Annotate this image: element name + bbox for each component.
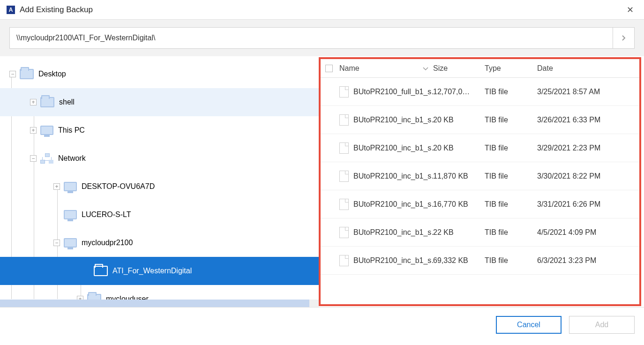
file-type: TIB file — [485, 200, 537, 209]
file-type: TIB file — [485, 88, 537, 96]
close-button[interactable]: ✕ — [623, 3, 637, 17]
file-size: 22 KB — [433, 228, 485, 237]
file-name-cell: BUtoPR2100_inc_b1_s… — [339, 199, 433, 210]
file-date: 3/31/2021 6:26 PM — [537, 200, 639, 209]
tree-item-shell[interactable]: + shell — [0, 88, 319, 116]
tree-pane: − Desktop + shell + This PC − Network + — [0, 56, 319, 307]
file-row[interactable]: BUtoPR2100_full_b1_s…12,707,0…TIB file3/… — [321, 78, 639, 106]
tree-label: Network — [58, 154, 86, 163]
path-go-button[interactable] — [613, 28, 634, 48]
file-row[interactable]: BUtoPR2100_inc_b1_s…16,770 KBTIB file3/3… — [321, 190, 639, 218]
tree-item-thispc[interactable]: + This PC — [0, 116, 319, 144]
column-size[interactable]: Size — [433, 64, 485, 73]
file-row[interactable]: BUtoPR2100_inc_b1_s…69,332 KBTIB file6/3… — [321, 247, 639, 275]
file-icon — [339, 86, 349, 98]
monitor-icon — [64, 182, 77, 191]
tree-label: ATI_For_WesternDigital — [112, 267, 192, 275]
main-split: − Desktop + shell + This PC − Network + — [0, 56, 644, 308]
file-name: BUtoPR2100_inc_b1_s… — [353, 256, 433, 265]
file-date: 6/3/2021 3:23 PM — [537, 256, 639, 265]
file-size: 11,870 KB — [433, 172, 485, 180]
checkbox-icon[interactable] — [325, 65, 333, 72]
file-date: 3/26/2021 6:33 PM — [537, 116, 639, 124]
tree-label: DESKTOP-OVU6A7D — [82, 182, 155, 191]
file-size: 20 KB — [433, 144, 485, 152]
file-icon — [339, 199, 349, 210]
expander-thispc[interactable]: + — [30, 127, 37, 134]
scrollbar-thumb[interactable] — [0, 300, 309, 307]
file-type: TIB file — [485, 172, 537, 180]
file-date: 3/25/2021 8:57 AM — [537, 88, 639, 96]
file-name: BUtoPR2100_full_b1_s… — [353, 88, 433, 96]
tree-item-desktop-pc[interactable]: + DESKTOP-OVU6A7D — [0, 172, 319, 201]
file-list-pane: Name Size Type Date BUtoPR2100_full_b1_s… — [319, 57, 641, 306]
file-row[interactable]: BUtoPR2100_inc_b1_s…22 KBTIB file4/5/202… — [321, 218, 639, 247]
file-name-cell: BUtoPR2100_inc_b1_s… — [339, 171, 433, 182]
file-row[interactable]: BUtoPR2100_inc_b1_s…20 KBTIB file3/26/20… — [321, 106, 639, 134]
tree-label: mycloudpr2100 — [82, 239, 133, 247]
file-name: BUtoPR2100_inc_b1_s… — [353, 200, 433, 209]
path-input[interactable] — [10, 28, 613, 48]
file-name: BUtoPR2100_inc_b1_s… — [353, 172, 433, 180]
column-type[interactable]: Type — [485, 64, 537, 73]
dialog-footer: Cancel Add — [0, 308, 644, 342]
folder-icon — [94, 266, 108, 276]
tree-label: Desktop — [38, 70, 66, 78]
tree-label: LUCERO-S-LT — [82, 210, 131, 219]
pathbar — [9, 27, 635, 49]
file-name-cell: BUtoPR2100_inc_b1_s… — [339, 227, 433, 238]
cancel-button[interactable]: Cancel — [496, 316, 562, 334]
tree-label: shell — [59, 98, 75, 106]
window-title: Add Existing Backup — [20, 5, 623, 15]
file-name-cell: BUtoPR2100_inc_b1_s… — [339, 114, 433, 126]
file-icon — [339, 227, 349, 238]
file-row[interactable]: BUtoPR2100_inc_b1_s…20 KBTIB file3/29/20… — [321, 134, 639, 162]
file-row[interactable]: BUtoPR2100_inc_b1_s…11,870 KBTIB file3/3… — [321, 162, 639, 190]
tree-item-lucero[interactable]: LUCERO-S-LT — [0, 201, 319, 229]
file-size: 12,707,0… — [433, 88, 485, 96]
file-name-cell: BUtoPR2100_inc_b1_s… — [339, 142, 433, 154]
column-checkbox[interactable] — [325, 65, 339, 72]
file-name: BUtoPR2100_inc_b1_s… — [353, 228, 433, 237]
expander[interactable]: + — [53, 183, 60, 190]
file-name-cell: BUtoPR2100_inc_b1_s… — [339, 255, 433, 266]
file-date: 4/5/2021 4:09 PM — [537, 228, 639, 237]
column-name-label: Name — [339, 64, 359, 73]
file-type: TIB file — [485, 228, 537, 237]
file-icon — [339, 114, 349, 126]
folder-icon — [20, 69, 34, 79]
tree-item-mycloud[interactable]: − mycloudpr2100 — [0, 229, 319, 257]
file-icon — [339, 255, 349, 266]
tree-item-network[interactable]: − Network — [0, 144, 319, 172]
file-rows: BUtoPR2100_full_b1_s…12,707,0…TIB file3/… — [321, 78, 639, 275]
tree-horizontal-scrollbar[interactable] — [0, 300, 319, 307]
expander-desktop[interactable]: − — [9, 71, 16, 77]
add-button: Add — [569, 316, 635, 334]
expander-shell[interactable]: + — [30, 99, 37, 105]
file-name: BUtoPR2100_inc_b1_s… — [353, 144, 433, 152]
app-icon: A — [7, 6, 15, 14]
file-type: TIB file — [485, 116, 537, 124]
expander-blank — [53, 211, 60, 218]
file-list-header: Name Size Type Date — [321, 59, 639, 78]
tree-item-ati-folder[interactable]: ATI_For_WesternDigital — [0, 257, 319, 285]
expander-network[interactable]: − — [30, 155, 37, 162]
expander-mycloud[interactable]: − — [53, 240, 60, 246]
file-size: 16,770 KB — [433, 200, 485, 209]
column-date[interactable]: Date — [537, 64, 639, 73]
file-date: 3/29/2021 2:23 PM — [537, 144, 639, 152]
folder-icon — [40, 97, 54, 107]
monitor-icon — [40, 126, 53, 135]
monitor-icon — [64, 210, 77, 219]
file-date: 3/30/2021 8:22 PM — [537, 172, 639, 180]
file-size: 69,332 KB — [433, 256, 485, 265]
file-name: BUtoPR2100_inc_b1_s… — [353, 116, 433, 124]
file-type: TIB file — [485, 144, 537, 152]
monitor-icon — [64, 238, 77, 248]
file-icon — [339, 142, 349, 154]
file-name-cell: BUtoPR2100_full_b1_s… — [339, 86, 433, 98]
tree-label: This PC — [58, 126, 85, 135]
column-name[interactable]: Name — [339, 64, 433, 73]
tree-item-desktop[interactable]: − Desktop — [0, 60, 319, 88]
pathbar-area — [0, 20, 644, 56]
